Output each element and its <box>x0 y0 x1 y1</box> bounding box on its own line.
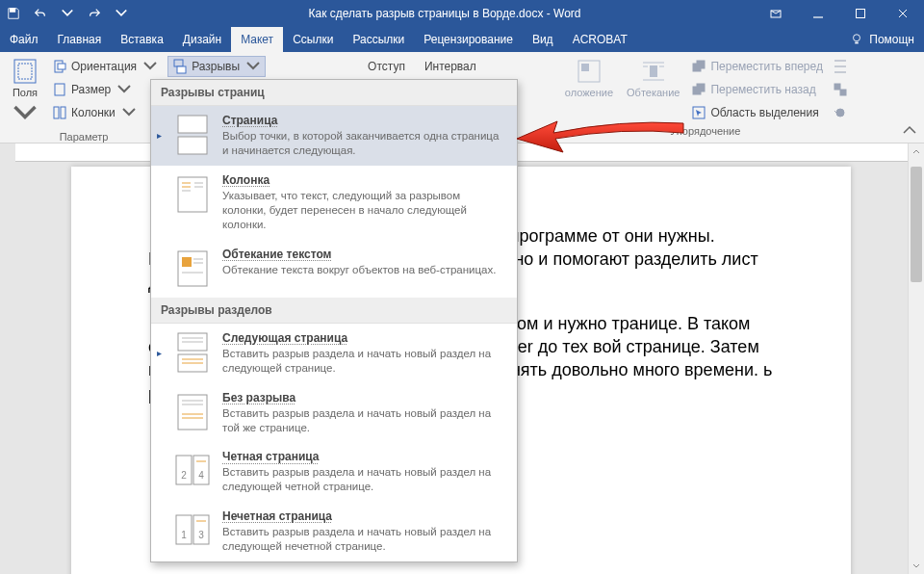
svg-rect-30 <box>178 177 207 212</box>
align-button[interactable] <box>829 56 852 77</box>
break-option-text-wrapping[interactable]: Обтекание текстом Обтекание текста вокру… <box>151 240 517 298</box>
breaks-section-section-breaks: Разрывы разделов <box>151 298 517 324</box>
bring-forward-icon <box>691 59 706 74</box>
tab-home[interactable]: Главная <box>48 27 112 52</box>
tab-file[interactable]: Файл <box>0 27 48 52</box>
break-option-odd-page[interactable]: 13 Нечетная страница Вставить разрыв раз… <box>151 502 517 561</box>
break-option-next-page[interactable]: ▸ Следующая страница Вставить разрыв раз… <box>151 324 517 383</box>
orientation-button[interactable]: Ориентация <box>48 56 162 77</box>
wrap-text-button[interactable]: Обтекание <box>621 56 685 123</box>
svg-rect-9 <box>55 84 64 95</box>
tab-layout[interactable]: Макет <box>231 27 283 52</box>
scroll-down-icon[interactable] <box>909 559 924 574</box>
tab-view[interactable]: Вид <box>523 27 563 52</box>
break-option-desc: Обтекание текста вокруг объектов на веб-… <box>222 263 505 277</box>
scroll-up-icon[interactable] <box>909 144 924 159</box>
svg-rect-15 <box>581 64 589 71</box>
orientation-icon <box>52 59 67 74</box>
selection-pane-button[interactable]: Область выделения <box>687 102 826 123</box>
collapse-ribbon-button[interactable] <box>901 121 918 139</box>
position-icon <box>576 58 603 85</box>
page-break-icon <box>174 114 211 156</box>
minimize-button[interactable] <box>797 0 839 27</box>
tab-review[interactable]: Рецензирование <box>414 27 523 52</box>
size-icon <box>52 82 67 97</box>
break-option-page[interactable]: ▸ Страница Выбор точки, в которой заканч… <box>151 106 517 166</box>
tab-insert[interactable]: Вставка <box>111 27 173 52</box>
undo-icon[interactable] <box>27 0 54 27</box>
tab-acrobat[interactable]: ACROBAT <box>563 27 637 52</box>
bring-forward-button[interactable]: Переместить вперед <box>687 56 826 77</box>
send-backward-button[interactable]: Переместить назад <box>687 79 826 100</box>
chevron-down-icon <box>12 100 38 127</box>
margins-button[interactable]: Поля <box>6 56 44 129</box>
break-option-title: Четная страница <box>222 450 505 463</box>
continuous-break-icon <box>174 391 211 433</box>
svg-rect-26 <box>834 84 840 90</box>
break-option-title: Нечетная страница <box>222 509 505 523</box>
breaks-button[interactable]: Разрывы <box>167 56 266 77</box>
tab-design[interactable]: Дизайн <box>173 27 231 52</box>
chevron-up-icon <box>901 121 918 139</box>
columns-button[interactable]: Колонки <box>48 102 162 123</box>
break-option-title: Без разрыва <box>222 391 505 404</box>
tell-me[interactable]: Помощн <box>840 27 924 52</box>
svg-rect-13 <box>177 66 186 73</box>
position-button[interactable]: оложение <box>559 56 619 123</box>
svg-text:2: 2 <box>181 470 187 481</box>
chevron-down-icon <box>245 59 261 74</box>
lightbulb-icon <box>850 33 863 46</box>
size-button[interactable]: Размер <box>48 79 162 100</box>
column-break-icon <box>174 173 211 216</box>
svg-rect-28 <box>178 116 207 133</box>
breaks-section-page-breaks: Разрывы страниц <box>151 80 517 106</box>
odd-page-break-icon: 13 <box>174 509 211 552</box>
break-option-title: Обтекание текстом <box>222 248 505 261</box>
margins-icon <box>12 58 38 85</box>
rotate-button[interactable] <box>829 102 852 123</box>
svg-rect-6 <box>18 64 32 79</box>
redo-icon[interactable] <box>81 0 108 27</box>
ribbon-options-icon[interactable] <box>755 0 797 27</box>
svg-rect-0 <box>11 9 15 13</box>
close-button[interactable] <box>882 0 924 27</box>
svg-rect-24 <box>693 87 701 94</box>
svg-rect-22 <box>697 61 705 68</box>
break-option-desc: Вставить разрыв раздела и начать новый р… <box>222 347 505 376</box>
break-option-even-page[interactable]: 24 Четная страница Вставить разрыв разде… <box>151 442 517 502</box>
breaks-icon <box>172 59 188 74</box>
title-bar: Как сделать разрыв страницы в Ворде.docx… <box>0 0 924 27</box>
page-setup-group-label: Параметр <box>6 129 162 144</box>
submenu-marker-icon: ▸ <box>157 130 165 141</box>
break-option-column[interactable]: Колонка Указывает, что текст, следующий … <box>151 166 517 240</box>
svg-rect-47 <box>178 395 207 430</box>
svg-text:1: 1 <box>181 530 187 540</box>
qat-customize-icon[interactable] <box>108 0 135 27</box>
wrap-icon <box>640 58 667 85</box>
svg-rect-11 <box>61 107 65 118</box>
break-option-continuous[interactable]: Без разрыва Вставить разрыв раздела и на… <box>151 383 517 443</box>
undo-dropdown-icon[interactable] <box>54 0 81 27</box>
save-icon[interactable] <box>0 0 27 27</box>
chevron-down-icon <box>121 105 137 120</box>
even-page-break-icon: 24 <box>174 450 211 492</box>
columns-icon <box>52 105 67 120</box>
tab-references[interactable]: Ссылки <box>283 27 343 52</box>
vertical-scrollbar[interactable] <box>908 144 924 574</box>
maximize-button[interactable] <box>839 0 882 27</box>
tab-mailings[interactable]: Рассылки <box>343 27 414 52</box>
svg-point-4 <box>854 35 860 41</box>
svg-rect-27 <box>840 90 846 95</box>
spacing-label: Интервал <box>421 56 480 77</box>
svg-rect-29 <box>178 137 207 154</box>
svg-rect-8 <box>58 64 65 69</box>
svg-text:3: 3 <box>198 530 204 540</box>
send-backward-icon <box>691 82 706 97</box>
scroll-thumb[interactable] <box>911 167 922 282</box>
svg-rect-36 <box>178 251 207 286</box>
tell-me-label: Помощн <box>869 33 914 46</box>
chevron-down-icon <box>116 82 132 97</box>
svg-rect-3 <box>857 10 865 18</box>
group-button[interactable] <box>829 79 852 100</box>
svg-rect-10 <box>54 107 59 118</box>
